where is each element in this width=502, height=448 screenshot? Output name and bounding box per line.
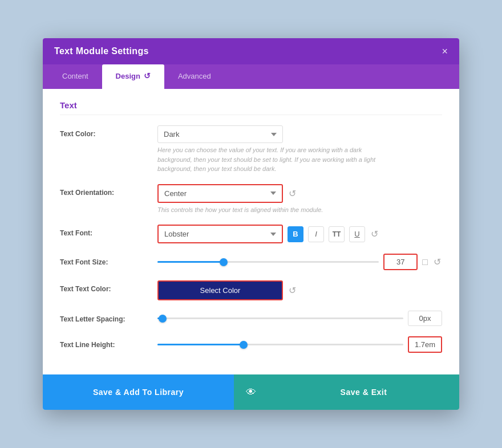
tabs-container: Content Design ↺ Advanced [43,64,459,89]
font-size-input[interactable] [383,254,418,270]
text-color-control: Dark Light Here you can choose the value… [157,125,442,174]
text-font-size-control: □ ↺ [157,254,442,270]
tab-advanced[interactable]: Advanced [164,64,225,89]
text-color-row: Text Color: Dark Light Here you can choo… [60,125,442,174]
text-text-color-control: Select Color ↺ [157,280,442,300]
save-exit-button[interactable]: Save & Exit [268,374,459,410]
letter-spacing-slider-thumb[interactable] [159,315,167,323]
close-button[interactable]: × [442,46,448,56]
text-color-hint: Here you can choose the value of your te… [157,145,397,174]
underline-button[interactable]: U [349,226,365,242]
text-font-control: Lobster Arial Georgia B I TT U ↺ [157,225,442,243]
text-letter-spacing-control [157,311,442,326]
text-orientation-reset[interactable]: ↺ [288,188,297,199]
text-line-height-control [157,336,442,353]
text-color-reset[interactable]: ↺ [288,285,297,296]
font-size-slider-fill [157,261,224,263]
text-font-select[interactable]: Lobster Arial Georgia [157,225,283,243]
modal-footer: Save & Add To Library 👁 Save & Exit [43,374,459,410]
text-orientation-row: Text Orientation: Left Center Right ↺ Th… [60,184,442,215]
modal-title: Text Module Settings [54,46,149,56]
text-text-color-row: Text Text Color: Select Color ↺ [60,280,442,300]
text-text-color-label: Text Text Color: [60,280,148,293]
tab-content[interactable]: Content [48,64,102,89]
text-font-row: Text Font: Lobster Arial Georgia B I TT … [60,225,442,243]
text-line-height-row: Text Line Height: [60,336,442,353]
device-icon[interactable]: □ [422,257,428,267]
modal-header: Text Module Settings × [43,38,459,64]
font-size-slider-track [157,261,379,263]
text-color-label: Text Color: [60,125,148,138]
tab-design-label: Design [116,72,140,80]
text-color-select[interactable]: Dark Light [157,125,283,143]
font-size-slider-wrap[interactable] [157,256,379,268]
font-size-slider-thumb[interactable] [220,258,228,266]
uppercase-button[interactable]: TT [329,226,345,242]
tab-design-icon: ↺ [144,71,151,80]
line-height-input[interactable] [408,336,442,353]
font-size-reset[interactable]: ↺ [432,256,442,267]
line-height-slider-track [157,344,403,345]
text-orientation-label: Text Orientation: [60,184,148,197]
tab-design[interactable]: Design ↺ [102,64,164,89]
tab-content-label: Content [62,72,88,80]
text-letter-spacing-label: Text Letter Spacing: [60,311,148,323]
modal-body: Text Text Color: Dark Light Here you can… [43,89,459,374]
text-letter-spacing-row: Text Letter Spacing: [60,311,442,326]
text-line-height-label: Text Line Height: [60,336,148,349]
select-color-button[interactable]: Select Color [157,280,283,300]
text-font-size-label: Text Font Size: [60,254,148,266]
line-height-slider-fill [157,344,244,345]
text-font-label: Text Font: [60,225,148,237]
modal-container: Text Module Settings × Content Design ↺ … [43,38,459,410]
modal-overlay: Text Module Settings × Content Design ↺ … [0,0,502,448]
text-font-reset[interactable]: ↺ [370,229,379,239]
bold-button[interactable]: B [288,226,303,242]
eye-icon: 👁 [246,386,256,398]
text-orientation-control: Left Center Right ↺ This controls the ho… [157,184,442,215]
line-height-slider-thumb[interactable] [240,341,248,349]
letter-spacing-slider-wrap[interactable] [157,313,403,324]
save-add-to-library-button[interactable]: Save & Add To Library [43,374,234,410]
tab-advanced-label: Advanced [178,72,211,80]
section-title: Text [60,100,442,115]
text-orientation-hint: This controls the how your text is align… [157,205,397,215]
italic-button[interactable]: I [308,226,324,242]
text-orientation-select[interactable]: Left Center Right [157,184,283,203]
text-font-size-row: Text Font Size: □ ↺ [60,254,442,270]
letter-spacing-input[interactable] [408,311,442,326]
eye-button[interactable]: 👁 [234,374,268,410]
line-height-slider-wrap[interactable] [157,339,403,351]
letter-spacing-slider-track [157,317,403,319]
